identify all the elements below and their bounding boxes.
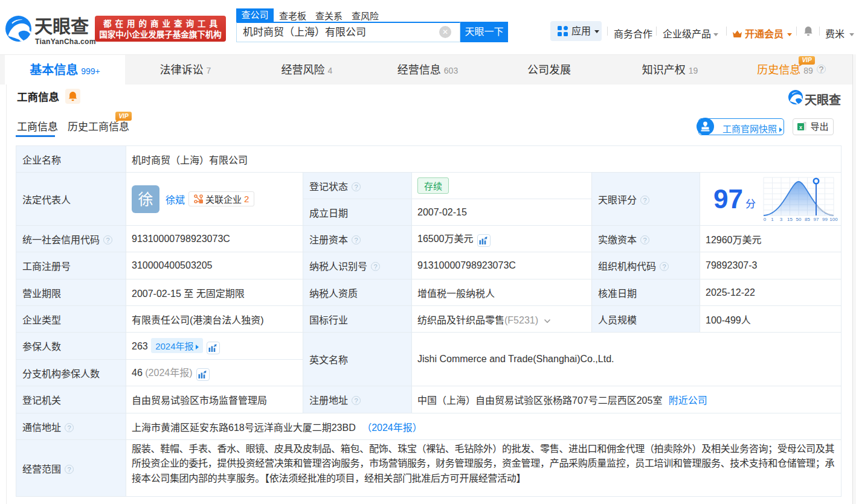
svg-text:100: 100: [829, 217, 838, 222]
svg-text:1: 1: [771, 217, 774, 222]
svg-text:15: 15: [787, 217, 793, 222]
svg-text:0: 0: [764, 217, 767, 222]
svg-text:50: 50: [796, 217, 802, 222]
svg-text:x: x: [799, 124, 802, 130]
svg-text:3: 3: [780, 217, 783, 222]
svg-text:99: 99: [822, 217, 828, 222]
svg-text:97: 97: [814, 217, 819, 222]
svg-text:85: 85: [805, 217, 810, 222]
